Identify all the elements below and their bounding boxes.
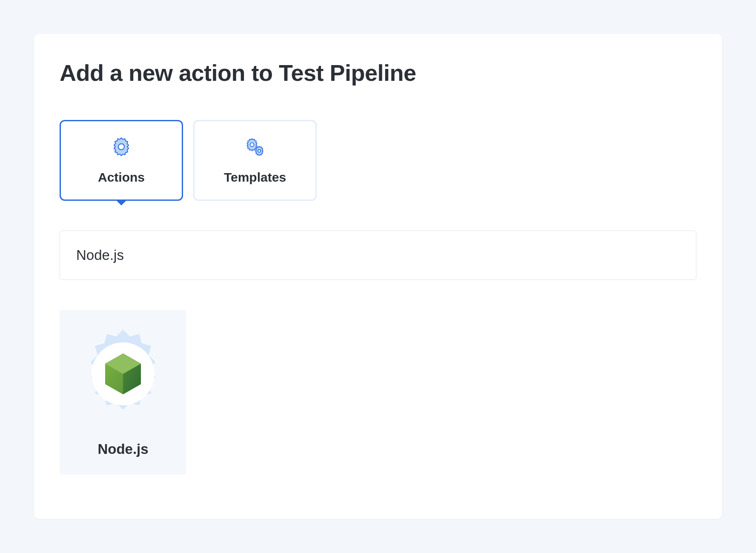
results-grid: Node.js: [60, 310, 696, 475]
gear-icon: [111, 136, 132, 158]
svg-point-2: [258, 150, 261, 152]
search-input-wrapper: [60, 231, 696, 280]
svg-point-1: [250, 143, 254, 147]
action-tile-icon-wrapper: [76, 327, 170, 421]
tab-templates-label: Templates: [224, 170, 286, 185]
svg-point-0: [118, 144, 124, 150]
gears-icon: [245, 136, 265, 158]
tabs-container: Actions Templates: [60, 120, 696, 201]
action-tile-nodejs[interactable]: Node.js: [60, 310, 186, 475]
action-tile-label: Node.js: [97, 441, 148, 457]
tab-actions-label: Actions: [98, 170, 145, 185]
main-card: Add a new action to Test Pipeline Action…: [34, 34, 722, 519]
tab-templates[interactable]: Templates: [193, 120, 317, 201]
white-circle: [92, 342, 155, 405]
page-title: Add a new action to Test Pipeline: [60, 60, 696, 86]
nodejs-icon: [103, 353, 143, 395]
search-input[interactable]: [60, 231, 696, 280]
tab-actions[interactable]: Actions: [60, 120, 183, 201]
